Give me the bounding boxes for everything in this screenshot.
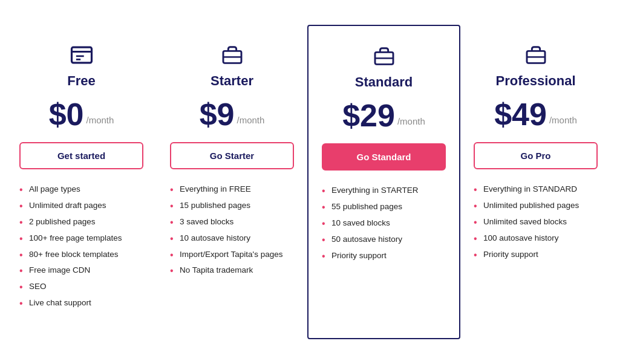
plan-card-professional: Professional$49/monthGo ProEverything in… <box>460 25 611 339</box>
plan-amount-standard: $29 <box>342 100 395 131</box>
feature-item: 2 published pages <box>19 216 143 228</box>
plan-amount-professional: $49 <box>494 99 547 130</box>
pricing-container: Free$0/monthGet startedAll page typesUnl… <box>0 13 617 351</box>
plan-name-professional: Professional <box>495 73 575 89</box>
plan-button-standard[interactable]: Go Standard <box>322 143 446 171</box>
plan-period-free: /month <box>86 115 114 125</box>
plan-features-professional: Everything in STANDARDUnlimited publishe… <box>474 184 598 265</box>
plan-period-professional: /month <box>549 115 577 125</box>
plan-period-starter: /month <box>237 115 264 125</box>
feature-item: Free image CDN <box>19 265 143 276</box>
feature-item: No Tapita trademark <box>170 265 294 276</box>
feature-item: Everything in STARTER <box>322 185 446 197</box>
plan-card-starter: Starter$9/monthGo StarterEverything in F… <box>157 25 307 339</box>
plan-price-free: $0/month <box>49 99 114 130</box>
plan-period-standard: /month <box>397 116 425 126</box>
feature-item: 3 saved blocks <box>170 216 294 228</box>
feature-item: Unlimited published pages <box>474 200 598 212</box>
feature-item: Everything in FREE <box>170 184 294 195</box>
plan-name-standard: Standard <box>355 74 413 90</box>
plan-price-professional: $49/month <box>494 99 577 130</box>
plan-button-starter[interactable]: Go Starter <box>170 142 294 169</box>
plan-amount-free: $0 <box>49 99 84 130</box>
feature-item: SEO <box>19 281 143 293</box>
feature-item: Priority support <box>474 249 598 261</box>
svg-rect-0 <box>71 47 91 63</box>
plan-name-free: Free <box>67 73 95 89</box>
plan-button-professional[interactable]: Go Pro <box>474 142 598 169</box>
feature-item: 100+ free page templates <box>19 233 143 244</box>
plan-features-free: All page typesUnlimited draft pages2 pub… <box>19 184 143 314</box>
plan-button-free[interactable]: Get started <box>19 142 143 169</box>
plan-price-starter: $9/month <box>200 99 265 130</box>
feature-item: Import/Export Tapita's pages <box>170 249 294 261</box>
feature-item: 10 autosave history <box>170 233 294 244</box>
feature-item: All page types <box>19 184 143 195</box>
plan-icon-professional <box>523 42 549 68</box>
plan-card-standard: Standard$29/monthGo StandardEverything i… <box>307 25 460 339</box>
feature-item: Unlimited draft pages <box>19 200 143 212</box>
feature-item: Priority support <box>322 250 446 262</box>
feature-item: 80+ free block templates <box>19 249 143 261</box>
feature-item: Live chat support <box>19 297 143 309</box>
feature-item: 55 published pages <box>322 201 446 213</box>
plan-card-free: Free$0/monthGet startedAll page typesUnl… <box>6 25 157 339</box>
plan-icon-starter <box>219 42 246 68</box>
feature-item: 10 saved blocks <box>322 218 446 229</box>
plan-amount-starter: $9 <box>200 99 235 130</box>
feature-item: Unlimited saved blocks <box>474 216 598 228</box>
plan-icon-free <box>68 42 95 68</box>
plan-name-starter: Starter <box>211 73 253 89</box>
feature-item: Everything in STANDARD <box>474 184 598 195</box>
plan-features-starter: Everything in FREE15 published pages3 sa… <box>170 184 294 281</box>
feature-item: 100 autosave history <box>474 233 598 244</box>
plan-icon-standard <box>371 43 397 70</box>
feature-item: 50 autosave history <box>322 234 446 245</box>
feature-item: 15 published pages <box>170 200 294 212</box>
plan-features-standard: Everything in STARTER55 published pages1… <box>322 185 446 266</box>
plan-price-standard: $29/month <box>342 100 425 131</box>
